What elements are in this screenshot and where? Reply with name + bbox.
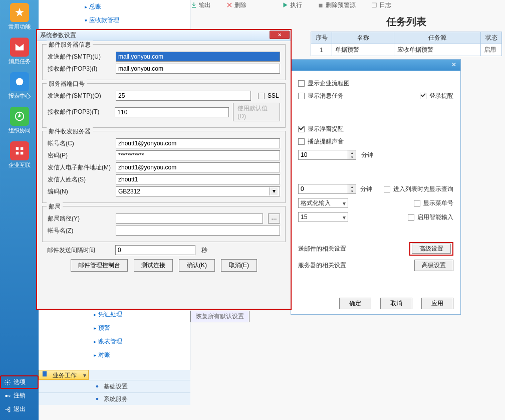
system-params-dialog: 系统参数设置 ✕ 邮件服务器信息 发送邮件(SMTP)(U) 接收邮件(POP3… <box>36 29 292 310</box>
chevron-right-icon: ▸ <box>85 4 87 10</box>
checkbox-enter-query[interactable] <box>384 186 390 192</box>
toolbar: 输出 删除 执行 删除预警源 日志 <box>190 0 505 10</box>
v3-select[interactable]: 15 <box>298 212 348 222</box>
exit-label: 退出 <box>14 405 26 413</box>
cancel-button[interactable]: 取消 <box>380 298 412 309</box>
ok-button[interactable]: 确定 <box>339 298 371 309</box>
chevron-down-icon[interactable]: ▾ <box>270 187 278 195</box>
checkbox-smart-input[interactable] <box>408 214 414 221</box>
delete-button[interactable]: 删除 <box>226 1 246 10</box>
use-default-button[interactable]: 使用默认值(D) <box>233 103 280 121</box>
smtp-input[interactable] <box>116 52 280 62</box>
svg-point-6 <box>7 381 9 383</box>
col-stat[interactable]: 状态 <box>481 32 502 44</box>
cat-business[interactable]: 业务工作 <box>39 370 89 380</box>
table-row[interactable]: 1 单据预警 应收单据预警 启用 <box>311 44 502 56</box>
checkbox-show-menu[interactable] <box>414 200 420 206</box>
checkbox-sound[interactable] <box>298 138 305 145</box>
interval-stepper[interactable]: ▴▾ <box>298 150 356 160</box>
smtp-port-input[interactable] <box>116 91 251 101</box>
service-icon <box>94 395 101 402</box>
checkbox-show-msg[interactable] <box>298 93 305 99</box>
tree-label: 对账 <box>98 351 110 358</box>
task-list: 任务列表 序号 名称 任务源 状态 1 单据预警 应收单据预警 启用 <box>311 15 502 56</box>
pop-port-input[interactable] <box>115 107 229 117</box>
poacct-input[interactable] <box>116 226 280 236</box>
chevron-right-icon: ▸ <box>94 352 96 358</box>
col-name[interactable]: 名称 <box>332 32 394 44</box>
log-button[interactable]: 日志 <box>371 1 391 10</box>
sidebar-item-message[interactable]: 消息任务 <box>0 35 39 69</box>
sender-name-input[interactable] <box>116 174 280 184</box>
svg-point-7 <box>5 394 8 397</box>
password-input[interactable] <box>116 150 280 160</box>
col-src[interactable]: 任务源 <box>394 32 481 44</box>
test-connection-button[interactable]: 测试连接 <box>134 259 173 272</box>
sidebar-item-enterprise[interactable]: 企业互联 <box>0 138 39 173</box>
sidebar-item-report[interactable]: 报表中心 <box>0 69 39 104</box>
account-label: 帐号名(C) <box>48 139 113 148</box>
v2-input[interactable] <box>298 184 348 194</box>
confirm-button[interactable]: 确认(K) <box>179 259 215 272</box>
exit-link[interactable]: 退出 <box>0 402 39 416</box>
chevron-down-icon[interactable]: ▾ <box>348 155 356 159</box>
logout-link[interactable]: 注销 <box>0 389 39 402</box>
mail-console-button[interactable]: 邮件管理控制台 <box>71 259 128 272</box>
interval-input[interactable] <box>298 150 348 160</box>
v2-stepper[interactable]: ▴▾ <box>298 184 356 194</box>
format-select[interactable]: 格式化输入 <box>298 198 348 208</box>
chevron-right-icon: ▸ <box>94 339 96 344</box>
encoding-select[interactable]: GB2312▾ <box>116 186 280 196</box>
compass-icon <box>10 107 29 126</box>
options-link[interactable]: 选项 <box>0 375 39 389</box>
output-icon <box>190 2 197 9</box>
sidebar-label: 常用功能 <box>0 23 39 31</box>
account-input[interactable] <box>116 138 280 148</box>
tree-item[interactable]: ▸总账 <box>39 0 190 14</box>
label: 显示消息任务 <box>308 92 344 100</box>
restore-defaults-button[interactable]: 恢复所有默认设置 <box>190 311 249 322</box>
tree-item[interactable]: ▸对账 <box>39 348 190 362</box>
dialog-titlebar[interactable]: 系统参数设置 ✕ <box>37 30 291 41</box>
send-interval-input[interactable] <box>115 245 195 255</box>
tb-label: 执行 <box>290 1 302 10</box>
ssl-checkbox[interactable] <box>258 93 265 99</box>
exit-icon <box>4 406 11 413</box>
browse-button[interactable]: … <box>268 214 280 224</box>
exec-button[interactable]: 执行 <box>282 1 302 10</box>
delete-icon <box>226 2 233 9</box>
chevron-down-icon[interactable]: ▾ <box>348 189 356 193</box>
legend: 邮件收发服务器 <box>47 127 93 136</box>
tree-item[interactable]: ▾应收款管理 <box>39 14 190 27</box>
popath-input[interactable] <box>116 214 263 224</box>
tb-label: 删除预警源 <box>326 1 356 10</box>
advanced-button-2[interactable]: 高级设置 <box>414 260 453 271</box>
close-button[interactable]: ✕ <box>270 31 290 39</box>
advanced-button[interactable]: 高级设置 <box>412 244 451 254</box>
pop-input[interactable] <box>116 64 280 74</box>
delalert-button[interactable]: 删除预警源 <box>317 1 356 10</box>
svg-rect-2 <box>16 147 19 150</box>
tree-item[interactable]: ▸凭证处理 <box>39 308 190 321</box>
cell: 1 <box>311 44 332 56</box>
cat-system[interactable]: 系统服务 <box>39 392 190 405</box>
sender-mail-input[interactable] <box>116 162 280 172</box>
chevron-up-icon[interactable]: ▴ <box>348 150 356 155</box>
checkbox-login-remind[interactable] <box>420 93 426 99</box>
cat-base[interactable]: 基础设置 <box>39 380 190 392</box>
close-icon[interactable]: ✕ <box>450 61 457 68</box>
checkbox-float[interactable] <box>298 126 305 132</box>
tree-item[interactable]: ▸预警 <box>39 321 190 335</box>
svg-rect-8 <box>43 371 47 377</box>
chevron-up-icon[interactable]: ▴ <box>348 184 356 189</box>
sidebar-item-common[interactable]: 常用功能 <box>0 0 39 35</box>
col-no[interactable]: 序号 <box>311 32 332 44</box>
cancel-button[interactable]: 取消(E) <box>221 259 257 272</box>
star-icon <box>10 3 29 22</box>
sidebar-item-org[interactable]: 组织协同 <box>0 104 39 138</box>
apply-button[interactable]: 应用 <box>421 298 453 309</box>
checkbox-show-flow[interactable] <box>298 80 305 87</box>
output-button[interactable]: 输出 <box>190 1 211 10</box>
cell: 应收单据预警 <box>394 44 481 56</box>
tree-item[interactable]: ▸账表管理 <box>39 335 190 348</box>
